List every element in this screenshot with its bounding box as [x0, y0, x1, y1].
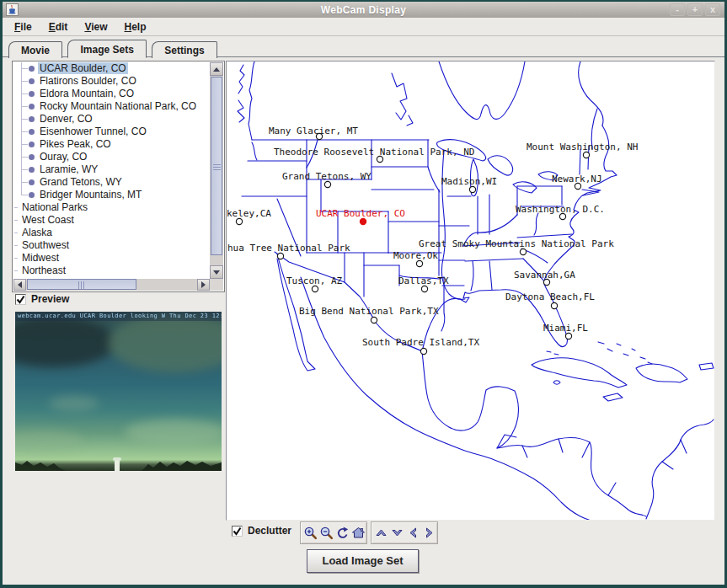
- pan-left-button[interactable]: [406, 525, 420, 541]
- map-canvas[interactable]: Many Glacier, MTTheodore Roosevelt Natio…: [227, 61, 714, 520]
- pan-down-button[interactable]: [390, 525, 404, 541]
- tree-guide-stub: [21, 182, 28, 183]
- up-arrow-icon: [213, 67, 220, 72]
- scroll-down-button[interactable]: [210, 265, 223, 279]
- location-marker[interactable]: [371, 317, 377, 323]
- location-marker[interactable]: [312, 286, 318, 291]
- reset-zoom-icon: [335, 526, 350, 540]
- preview-label: Preview: [31, 293, 69, 305]
- tree-list[interactable]: UCAR Boulder, COFlatirons Boulder, COEld…: [13, 62, 210, 279]
- scroll-right-button[interactable]: [197, 279, 210, 291]
- tab-image-sets[interactable]: Image Sets: [67, 40, 146, 58]
- check-icon: [16, 295, 25, 304]
- scroll-up-button[interactable]: [210, 62, 223, 76]
- tree-item[interactable]: Alaska: [13, 227, 210, 239]
- tree-leaf-icon: [29, 66, 35, 72]
- location-marker[interactable]: [416, 260, 422, 266]
- tree-item-label: Eisenhower Tunnel, CO: [38, 126, 148, 137]
- tree-item-label: Grand Tetons, WY: [38, 176, 124, 188]
- tree-item[interactable]: Midwest: [13, 252, 210, 265]
- webcam-caption: webcam.ucar.edu UCAR Boulder looking W T…: [15, 312, 222, 321]
- tree-guide-stub: [21, 68, 28, 69]
- declutter-checkbox[interactable]: [232, 526, 243, 537]
- tree-item-label: Rocky Mountain National Park, CO: [38, 100, 198, 112]
- horizontal-scroll-thumb[interactable]: [27, 279, 136, 290]
- tree-item[interactable]: National Parks: [13, 201, 210, 214]
- tree-item[interactable]: Eldora Mountain, CO: [13, 88, 210, 100]
- tree-item-label: Ouray, CO: [38, 151, 88, 163]
- horizontal-scrollbar[interactable]: [13, 279, 210, 291]
- tree-guide-stub: [21, 144, 28, 145]
- reset-zoom-button[interactable]: [335, 525, 350, 541]
- pan-up-button[interactable]: [374, 525, 388, 541]
- tree-item[interactable]: Northeast: [13, 265, 210, 277]
- tree-guide-stub: [21, 131, 28, 132]
- close-button[interactable]: x: [705, 3, 720, 16]
- tree-item[interactable]: Flatirons Boulder, CO: [13, 75, 210, 88]
- tree-leaf-icon: [29, 91, 35, 97]
- menu-file[interactable]: File: [6, 19, 40, 35]
- location-marker[interactable]: [565, 333, 571, 339]
- tree-guide-stub: [14, 220, 18, 221]
- map-panel[interactable]: Many Glacier, MTTheodore Roosevelt Natio…: [226, 61, 715, 521]
- vertical-scrollbar[interactable]: [210, 62, 223, 279]
- tree-guide-stub: [14, 207, 18, 208]
- location-marker[interactable]: [236, 218, 242, 224]
- tree-item[interactable]: Laramie, WY: [13, 163, 210, 176]
- tree-item-label: West Coast: [20, 214, 76, 226]
- location-marker[interactable]: [583, 152, 589, 158]
- menu-view[interactable]: View: [76, 19, 115, 35]
- load-image-set-button[interactable]: Load Image Set: [307, 549, 419, 573]
- preview-checkbox[interactable]: [15, 294, 26, 305]
- scroll-left-button[interactable]: [13, 279, 26, 291]
- location-marker[interactable]: [277, 253, 283, 259]
- tree-item[interactable]: Rocky Mountain National Park, CO: [13, 100, 210, 113]
- tree-item-label: National Parks: [20, 201, 89, 213]
- tree-item-label: Eldora Mountain, CO: [38, 88, 136, 99]
- location-marker[interactable]: [551, 302, 557, 308]
- window-title: WebCam Display: [3, 4, 724, 16]
- location-label: Madison,WI: [441, 176, 497, 187]
- location-marker[interactable]: [421, 286, 427, 291]
- location-label: Washington, D.C.: [516, 204, 605, 215]
- tree-item[interactable]: Bridger Mountains, MT: [13, 189, 210, 201]
- tree-item[interactable]: UCAR Boulder, CO: [13, 62, 210, 75]
- location-marker[interactable]: [520, 249, 526, 254]
- home-button[interactable]: [351, 525, 366, 541]
- tree-guide-stub: [14, 258, 18, 259]
- menu-bar: File Edit View Help: [3, 18, 724, 36]
- menu-help[interactable]: Help: [116, 19, 155, 35]
- maximize-button[interactable]: +: [687, 3, 703, 16]
- tab-movie[interactable]: Movie: [8, 41, 62, 58]
- tree-item[interactable]: Ouray, CO: [13, 151, 210, 163]
- tree-item[interactable]: Pikes Peak, CO: [13, 138, 210, 151]
- scrollbar-corner: [210, 279, 223, 291]
- vertical-scroll-thumb[interactable]: [211, 77, 222, 255]
- location-label: Mount Washington, NH: [527, 142, 638, 152]
- location-label: Moore,Ok: [393, 250, 438, 261]
- declutter-row: Declutter: [232, 525, 291, 537]
- location-marker[interactable]: [324, 181, 330, 187]
- tree-item[interactable]: Grand Tetons, WY: [13, 176, 210, 189]
- tab-settings[interactable]: Settings: [152, 41, 216, 58]
- tree-item[interactable]: Eisenhower Tunnel, CO: [13, 126, 210, 138]
- selected-location-marker[interactable]: [360, 218, 366, 224]
- zoom-in-button[interactable]: [303, 525, 318, 541]
- zoom-out-button[interactable]: [319, 525, 334, 541]
- title-bar[interactable]: WebCam Display - + x: [3, 2, 724, 18]
- location-label: hua Tree National Park: [227, 243, 350, 254]
- tree-item[interactable]: Southwest: [13, 239, 210, 252]
- tree-item[interactable]: Denver, CO: [13, 113, 210, 126]
- location-marker[interactable]: [469, 186, 475, 192]
- menu-edit[interactable]: Edit: [40, 19, 77, 35]
- minimize-button[interactable]: -: [670, 3, 685, 16]
- thumb-grip-icon: [78, 281, 86, 289]
- tree-leaf-icon: [29, 104, 35, 110]
- pan-right-button[interactable]: [422, 525, 436, 541]
- tree-leaf-icon: [29, 78, 35, 84]
- pan-right-icon: [422, 526, 436, 540]
- location-marker[interactable]: [420, 348, 426, 354]
- left-arrow-icon: [18, 281, 22, 288]
- tree-item[interactable]: West Coast: [13, 214, 210, 227]
- window-body: File Edit View Help Movie Image Sets Set…: [3, 18, 724, 585]
